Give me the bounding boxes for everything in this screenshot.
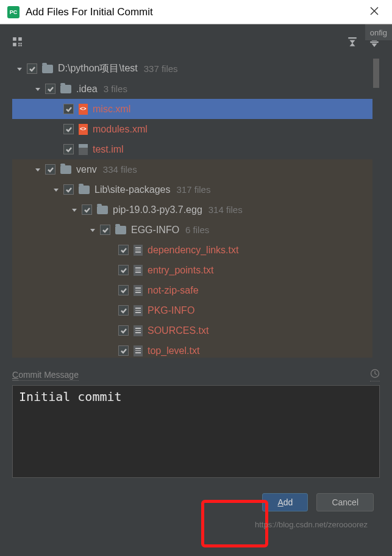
xml-file-icon [79,124,88,135]
checkbox[interactable] [118,285,129,295]
svg-rect-3 [18,37,22,41]
scrollbar-thumb[interactable] [373,59,379,88]
tree-row-egginfo[interactable]: EGG-INFO 6 files [12,220,380,240]
svg-rect-2 [13,37,16,41]
tree-row-lib[interactable]: Lib\site-packages 317 files [12,179,380,200]
background-fragment: onfig [365,24,392,40]
commit-message-input[interactable] [12,385,380,478]
folder-icon [97,206,108,214]
text-file-icon [134,245,143,256]
tree-row-sources[interactable]: SOURCES.txt [12,320,380,341]
checkbox[interactable] [45,164,55,175]
tree-row-pipegg[interactable]: pip-19.0.3-py3.7.egg 314 files [12,200,380,220]
file-count: 314 files [208,204,243,215]
tree-row-venv[interactable]: venv 334 files [12,159,380,179]
text-file-icon [134,305,143,316]
svg-rect-8 [21,45,22,46]
text-file-icon [134,325,143,336]
tree-row-idea[interactable]: .idea 3 files [12,79,380,99]
file-tree[interactable]: D:\python项目\test 337 files .idea 3 files… [12,59,380,358]
checkbox[interactable] [63,144,74,154]
checkbox[interactable] [118,325,129,336]
file-count: 6 files [185,225,209,235]
svg-rect-5 [18,43,20,44]
node-label: dependency_links.txt [148,245,238,256]
svg-rect-6 [21,43,22,44]
tree-row-toplevel[interactable]: top_level.txt [12,341,380,358]
tree-row-modules[interactable]: modules.xml [12,119,380,139]
folder-icon [115,226,126,234]
tree-row-testiml[interactable]: test.iml [12,139,380,159]
checkbox[interactable] [118,245,129,255]
text-file-icon [134,265,143,276]
node-label: EGG-INFO [131,225,179,236]
svg-rect-7 [18,45,20,46]
checkbox[interactable] [118,305,129,316]
history-icon[interactable] [370,369,380,381]
node-label: PKG-INFO [148,305,194,316]
checkbox[interactable] [82,204,92,215]
node-label: pip-19.0.3-py3.7.egg [113,204,202,215]
node-label: top_level.txt [148,345,199,356]
folder-icon [60,85,71,93]
chevron-down-icon[interactable] [34,166,41,173]
tree-row-misc[interactable]: misc.xml [12,99,380,119]
file-count: 337 files [144,63,178,74]
node-label: .idea [76,84,98,95]
node-label: modules.xml [93,124,148,135]
node-label: misc.xml [93,104,130,115]
xml-file-icon [79,104,88,115]
node-label: D:\python项目\test [58,62,138,75]
window-title: Add Files For Initial Commit [26,6,364,18]
cancel-button[interactable]: Cancel [316,493,374,511]
folder-icon [42,65,53,73]
file-count: 334 files [103,164,137,175]
group-by-icon[interactable] [12,37,23,49]
chevron-down-icon[interactable] [34,85,41,93]
checkbox[interactable] [45,84,55,94]
tree-row-pkginfo[interactable]: PKG-INFO [12,300,380,320]
watermark: https://blog.csdn.net/zeroooorez [255,520,368,529]
tree-row-root[interactable]: D:\python项目\test 337 files [12,59,380,79]
button-bar: Add Cancel [12,480,380,524]
node-label: test.iml [93,144,124,155]
node-label: not-zip-safe [148,285,199,296]
svg-rect-4 [13,43,16,46]
iml-file-icon [79,144,88,155]
chevron-down-icon[interactable] [89,226,96,234]
file-count: 317 files [177,184,211,195]
checkbox[interactable] [63,124,74,134]
chevron-down-icon[interactable] [71,206,78,214]
add-button[interactable]: Add [262,493,308,511]
chevron-down-icon[interactable] [16,65,23,73]
chevron-down-icon[interactable] [52,186,60,193]
tree-row-notzip[interactable]: not-zip-safe [12,280,380,300]
checkbox[interactable] [63,104,74,114]
file-count: 3 files [104,84,127,94]
checkbox[interactable] [63,184,74,195]
checkbox[interactable] [118,265,129,275]
svg-rect-9 [348,37,357,38]
toolbar [12,37,380,49]
tree-row-deplinks[interactable]: dependency_links.txt [12,240,380,260]
commit-message-label: Commit Message [12,370,79,381]
node-label: entry_points.txt [148,265,214,276]
folder-icon [79,186,90,194]
titlebar: PC Add Files For Initial Commit [0,0,392,24]
pycharm-icon: PC [7,6,20,18]
node-label: Lib\site-packages [94,184,171,195]
tree-row-entry[interactable]: entry_points.txt [12,260,380,280]
checkbox[interactable] [27,63,37,74]
node-label: SOURCES.txt [148,325,208,336]
checkbox[interactable] [100,225,110,235]
folder-icon [60,165,71,174]
scrollbar[interactable] [372,59,380,358]
svg-rect-10 [370,42,379,43]
node-label: venv [76,164,97,175]
checkbox[interactable] [118,345,129,356]
text-file-icon [134,345,143,356]
expand-all-icon[interactable] [347,37,358,49]
close-icon[interactable] [364,4,385,20]
text-file-icon [134,285,143,296]
